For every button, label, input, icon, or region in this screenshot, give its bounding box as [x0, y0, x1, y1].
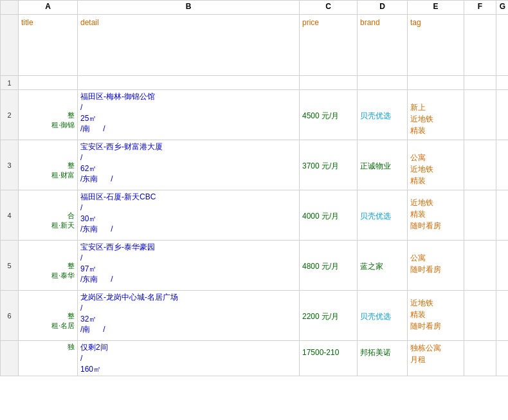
- cell-7-a[interactable]: 独: [19, 341, 78, 376]
- row3-tag1: 公寓: [410, 152, 461, 163]
- row4-b3: 30㎡: [80, 214, 296, 224]
- col-header-a[interactable]: A: [19, 1, 78, 15]
- row2-a-text2: 租·御锦: [21, 120, 75, 130]
- row2-tag2: 近地铁: [410, 113, 461, 125]
- cell-4-f[interactable]: [464, 190, 496, 241]
- cell-7-b[interactable]: 仅剩2间 / 160㎡: [78, 341, 300, 376]
- cell-1-e[interactable]: [408, 76, 464, 90]
- cell-2-b[interactable]: 福田区-梅林-御锦公馆 / 25㎡ /南 /: [78, 90, 300, 140]
- cell-7-f[interactable]: [464, 341, 496, 376]
- col-header-g[interactable]: G: [496, 1, 509, 15]
- row7-b2: /: [80, 353, 296, 364]
- cell-3-e[interactable]: 公寓 近地铁 精装: [408, 140, 464, 190]
- row6-a1: 整: [21, 311, 75, 321]
- col-header-f[interactable]: F: [464, 1, 496, 15]
- cell-5-b[interactable]: 宝安区-西乡-泰华豪园 / 97㎡ /东南 /: [78, 241, 300, 291]
- row2-b3: 25㎡: [80, 113, 296, 124]
- cell-0-d[interactable]: brand: [358, 15, 408, 76]
- row5-b3: 97㎡: [80, 264, 296, 275]
- cell-5-e[interactable]: 公寓 随时看房: [408, 241, 464, 291]
- row7-a1: 独: [21, 342, 75, 352]
- column-header-row: A B C D E F G: [1, 1, 509, 15]
- cell-2-e[interactable]: 新上 近地铁 精装: [408, 90, 464, 140]
- cell-4-a[interactable]: 合 租·新天: [19, 190, 78, 241]
- cell-1-g: [496, 76, 509, 90]
- cell-3-b[interactable]: 宝安区-西乡-财富港大厦 / 62㎡ /东南 /: [78, 140, 300, 190]
- row6-a2: 租·名居: [21, 321, 75, 331]
- tag-label: tag: [410, 18, 421, 27]
- cell-2-a[interactable]: 整 租·御锦: [19, 90, 78, 140]
- data-row-7: 独 仅剩2间 / 160㎡ 17500-210: [1, 341, 509, 376]
- cell-6-g: [496, 291, 509, 341]
- cell-5-d[interactable]: 蓝之家: [358, 241, 408, 291]
- cell-6-c[interactable]: 2200 元/月: [300, 291, 358, 341]
- brand-label: brand: [360, 18, 380, 27]
- col-header-d[interactable]: D: [358, 1, 408, 15]
- row3-tag3: 精装: [410, 175, 461, 187]
- label-row: title detail price brand: [1, 15, 509, 76]
- cell-1-a[interactable]: [19, 76, 78, 90]
- cell-4-d[interactable]: 贝壳优选: [358, 190, 408, 241]
- cell-5-g: [496, 241, 509, 291]
- row2-tag1: 新上: [410, 102, 461, 113]
- row-num-0: [1, 15, 19, 76]
- row2-a-text: 整: [21, 111, 75, 120]
- grid-table: A B C D E F G title detail: [0, 0, 508, 376]
- cell-0-b[interactable]: detail: [78, 15, 300, 76]
- row3-tag2: 近地铁: [410, 163, 461, 175]
- cell-1-f[interactable]: [464, 76, 496, 90]
- row2-tag3: 精装: [410, 125, 461, 136]
- row3-a2: 租·财富: [21, 170, 75, 180]
- row6-b3: 32㎡: [80, 314, 296, 325]
- row5-tag1: 公寓: [410, 252, 461, 264]
- cell-2-f[interactable]: [464, 90, 496, 140]
- row3-b4: /东南 /: [80, 174, 296, 185]
- row5-b1: 宝安区-西乡-泰华豪园: [80, 242, 296, 253]
- row4-tag1: 近地铁: [410, 197, 461, 208]
- cell-4-g: [496, 190, 509, 241]
- cell-7-e[interactable]: 独栋公寓 月租: [408, 341, 464, 376]
- col-header-c[interactable]: C: [300, 1, 358, 15]
- cell-0-e[interactable]: tag: [408, 15, 464, 76]
- row7-brand: 邦拓美诺: [360, 347, 404, 358]
- cell-4-b[interactable]: 福田区-石厦-新天CBC / 30㎡ /东南 /: [78, 190, 300, 241]
- row3-b1: 宝安区-西乡-财富港大厦: [80, 142, 296, 152]
- cell-1-b[interactable]: [78, 76, 300, 90]
- col-header-b[interactable]: B: [78, 1, 300, 15]
- cell-6-d[interactable]: 贝壳优选: [358, 291, 408, 341]
- row-num-4: 4: [1, 190, 19, 241]
- cell-4-c[interactable]: 4000 元/月: [300, 190, 358, 241]
- row5-b2: /: [80, 253, 296, 264]
- cell-2-d[interactable]: 贝壳优选: [358, 90, 408, 140]
- cell-1-c[interactable]: [300, 76, 358, 90]
- col-header-e[interactable]: E: [408, 1, 464, 15]
- cell-4-e[interactable]: 近地铁 精装 随时看房: [408, 190, 464, 241]
- row4-price: 4000 元/月: [302, 211, 354, 222]
- cell-7-d[interactable]: 邦拓美诺: [358, 341, 408, 376]
- cell-2-g: [496, 90, 509, 140]
- cell-6-a[interactable]: 整 租·名居: [19, 291, 78, 341]
- title-label: title: [21, 18, 33, 27]
- cell-5-a[interactable]: 整 租·泰华: [19, 241, 78, 291]
- row6-tag1: 近地铁: [410, 297, 461, 309]
- cell-6-f[interactable]: [464, 291, 496, 341]
- cell-3-a[interactable]: 整 租·财富: [19, 140, 78, 190]
- row7-b3: 160㎡: [80, 364, 296, 375]
- cell-6-b[interactable]: 龙岗区-龙岗中心城-名居广场 / 32㎡ /南 /: [78, 291, 300, 341]
- cell-3-c[interactable]: 3700 元/月: [300, 140, 358, 190]
- row-num-2: 2: [1, 90, 19, 140]
- cell-7-c[interactable]: 17500-210: [300, 341, 358, 376]
- cell-2-c[interactable]: 4500 元/月: [300, 90, 358, 140]
- cell-3-d[interactable]: 正诚物业: [358, 140, 408, 190]
- data-row-4: 4 合 租·新天 福田区-石厦-新天CBC / 30㎡ /东南 /: [1, 190, 509, 241]
- row2-b1: 福田区-梅林-御锦公馆: [80, 91, 296, 102]
- cell-0-a[interactable]: title: [19, 15, 78, 76]
- cell-1-d[interactable]: [358, 76, 408, 90]
- row4-brand: 贝壳优选: [360, 211, 404, 222]
- cell-5-f[interactable]: [464, 241, 496, 291]
- cell-5-c[interactable]: 4800 元/月: [300, 241, 358, 291]
- cell-6-e[interactable]: 近地铁 精装 随时看房: [408, 291, 464, 341]
- cell-3-f[interactable]: [464, 140, 496, 190]
- cell-0-c[interactable]: price: [300, 15, 358, 76]
- row4-a2: 租·新天: [21, 221, 75, 230]
